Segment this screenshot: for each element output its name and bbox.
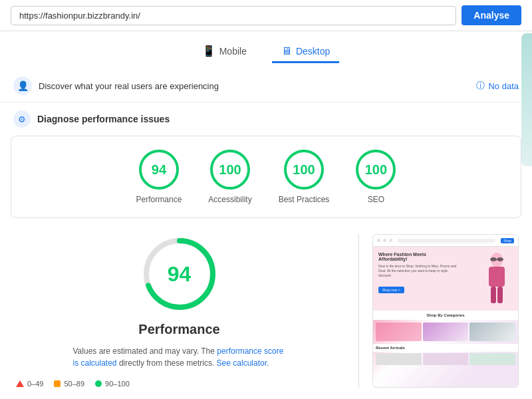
legend-row: 0–49 50–89 90–100 <box>13 380 345 388</box>
screenshot-recent-2 <box>423 353 469 365</box>
legend-orange-range: 50–89 <box>64 380 84 388</box>
screenshot-recent-1 <box>376 353 422 365</box>
big-performance-label: Performance <box>138 322 219 337</box>
screenshot-recent-row <box>373 352 518 366</box>
score-label-best-practices: Best Practices <box>279 195 330 204</box>
tab-desktop[interactable]: 🖥 Desktop <box>272 41 339 63</box>
svg-rect-5 <box>497 287 503 303</box>
info-bar: 👤 Discover what your real users are expe… <box>0 70 532 102</box>
score-label-accessibility: Accessibility <box>208 195 251 204</box>
screenshot-heading: Where Fashion Meets Affordability! <box>378 252 432 261</box>
info-circle-icon: ⓘ <box>476 80 485 92</box>
legend-red-icon <box>16 380 24 387</box>
score-value-performance: 94 <box>152 162 166 178</box>
see-calculator-link[interactable]: See calculator. <box>217 358 269 368</box>
perf-description: Values are estimated and may vary. The p… <box>73 345 286 369</box>
score-item-seo: 100 SEO <box>356 150 396 204</box>
right-edge-bar <box>521 33 532 166</box>
screenshot-categories: Shop By Categories <box>373 311 518 320</box>
main-content: 94 Performance Values are estimated and … <box>0 221 532 394</box>
legend-item-orange: 50–89 <box>54 380 84 388</box>
perf-desc-middle: directly from these metrics. <box>119 358 214 368</box>
score-label-seo: SEO <box>368 195 384 204</box>
tab-mobile[interactable]: 📱 Mobile <box>193 41 256 63</box>
legend-item-green: 90–100 <box>95 380 130 388</box>
svg-rect-4 <box>491 287 496 303</box>
legend-green-range: 90–100 <box>105 380 130 388</box>
diagnose-icon: ⚙ <box>13 110 31 128</box>
svg-point-7 <box>497 257 503 261</box>
screenshot-hero-text: Where Fashion Meets Affordability! Now i… <box>378 252 479 308</box>
screenshot-images-row <box>373 323 518 344</box>
screenshot-img-2 <box>423 323 469 341</box>
score-circle-seo: 100 <box>356 150 396 190</box>
top-bar: Analyse <box>0 0 532 31</box>
vertical-divider <box>358 234 359 388</box>
svg-point-6 <box>490 257 497 261</box>
info-icon: 👤 <box>13 76 32 95</box>
score-circle-accessibility: 100 <box>210 150 250 190</box>
page-wrapper: Analyse 📱 Mobile 🖥 Desktop 👤 Discover wh… <box>0 0 532 399</box>
screenshot-url-bar <box>398 239 495 243</box>
perf-desc-prefix: Values are estimated and may vary. The <box>73 346 215 356</box>
info-text: Discover what your real users are experi… <box>39 81 219 91</box>
legend-red-range: 0–49 <box>27 380 43 388</box>
mobile-icon: 📱 <box>202 45 215 57</box>
no-data-button[interactable]: ⓘ No data <box>476 80 519 92</box>
diagnose-bar: ⚙ Diagnose performance issues <box>0 102 532 136</box>
screenshot-cta: Shop now > <box>378 287 404 293</box>
score-circle-best-practices: 100 <box>284 150 324 190</box>
score-item-best-practices: 100 Best Practices <box>279 150 330 204</box>
screenshot-dot-2 <box>383 239 386 242</box>
screenshot-recent-3 <box>469 353 515 365</box>
screenshot-topbar: Shop <box>373 235 518 247</box>
legend-orange-icon <box>54 380 61 387</box>
tabs-row: 📱 Mobile 🖥 Desktop <box>0 31 532 70</box>
tab-desktop-label: Desktop <box>296 46 330 57</box>
screenshot-subtext: Now is the time to Shop. Nothing to Miss… <box>378 264 458 278</box>
diagnose-text: Diagnose performance issues <box>37 114 170 124</box>
big-circle-value: 94 <box>168 262 192 287</box>
screenshot-dot-1 <box>377 239 380 242</box>
screenshot-hero: Where Fashion Meets Affordability! Now i… <box>373 247 518 311</box>
legend-item-red: 0–49 <box>16 380 43 388</box>
screenshot-dot-3 <box>389 239 392 242</box>
score-value-seo: 100 <box>365 162 387 178</box>
scores-section: 94 Performance 100 Accessibility 100 Bes… <box>11 136 521 218</box>
svg-rect-3 <box>489 267 505 287</box>
screenshot-recent: Recent Arrivals <box>373 344 518 352</box>
analyse-button[interactable]: Analyse <box>462 5 521 25</box>
desktop-icon: 🖥 <box>281 45 292 57</box>
no-data-label: No data <box>488 81 519 91</box>
screenshot-model-area <box>479 252 515 308</box>
scores-row: 94 Performance 100 Accessibility 100 Bes… <box>22 150 510 204</box>
screenshot-mock: Shop Where Fashion Meets Affordability! … <box>373 235 518 387</box>
left-panel: 94 Performance Values are estimated and … <box>13 234 345 388</box>
big-performance-circle: 94 <box>140 234 219 314</box>
score-value-best-practices: 100 <box>293 162 315 178</box>
screenshot-panel: Shop Where Fashion Meets Affordability! … <box>372 234 519 388</box>
legend-green-icon <box>95 380 102 387</box>
url-input[interactable] <box>11 6 456 25</box>
info-bar-left: 👤 Discover what your real users are expe… <box>13 76 219 95</box>
score-label-performance: Performance <box>136 195 182 204</box>
screenshot-model-svg <box>479 252 515 305</box>
screenshot-shop-btn: Shop <box>501 238 514 243</box>
score-item-performance: 94 Performance <box>136 150 182 204</box>
screenshot-img-1 <box>376 323 422 341</box>
tab-mobile-label: Mobile <box>219 46 247 57</box>
score-value-accessibility: 100 <box>219 162 241 178</box>
score-circle-performance: 94 <box>139 150 179 190</box>
score-item-accessibility: 100 Accessibility <box>208 150 251 204</box>
screenshot-img-3 <box>469 323 515 341</box>
